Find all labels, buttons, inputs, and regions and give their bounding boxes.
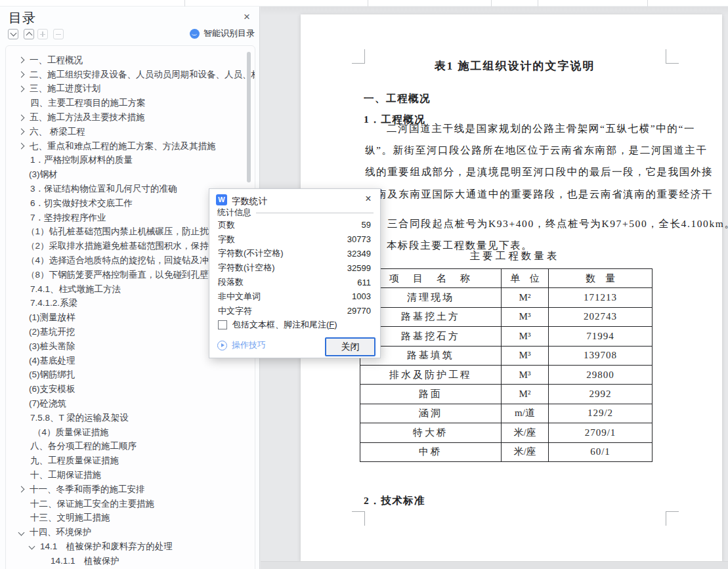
stat-row: 字数30773 — [218, 232, 371, 247]
toc-item[interactable]: (5)钢筋绑扎 — [6, 368, 255, 383]
table-cell: 米/座 — [502, 442, 549, 461]
chevron-right-icon[interactable] — [18, 143, 25, 150]
chevron-right-icon[interactable] — [18, 86, 25, 93]
table-row: 涵洞m/道129/2 — [360, 404, 653, 423]
chevron-down-icon[interactable] — [29, 543, 35, 550]
stat-value: 29770 — [347, 306, 371, 316]
toc-item[interactable]: 三、施工进度计划 — [6, 82, 255, 96]
table-row: 特大桥米/座2709/1 — [360, 423, 653, 442]
toc-item[interactable]: 十四、环境保护 — [6, 525, 255, 539]
chevron-right-icon[interactable] — [18, 129, 25, 135]
toc-item[interactable]: 十二、保证施工安全的主要措施 — [6, 497, 255, 511]
chevron-down-icon[interactable] — [18, 529, 25, 536]
table-row: 排水及防护工程M³29800 — [360, 365, 653, 384]
minus-icon — [56, 32, 61, 37]
table-header-cell: 单 位 — [502, 269, 549, 288]
table-cell: M³ — [502, 346, 549, 365]
table-cell: 涵洞 — [360, 404, 502, 423]
body-line-fragment: 三合同段起点桩号为K93+400，终点桩号为K97+500，全长4.100km。 — [387, 217, 728, 231]
toc-item[interactable]: 八、各分项工程的施工顺序 — [6, 440, 255, 454]
toc-item[interactable]: 7.5.8、T 梁的运输及架设 — [6, 411, 255, 425]
stat-row: 页数59 — [218, 218, 371, 232]
close-icon[interactable]: × — [240, 11, 253, 24]
toc-item-label: 十三、文明施工措施 — [30, 512, 110, 524]
table-cell: 71994 — [549, 327, 653, 346]
toc-item-label: 十一、冬季和雨季的施工安排 — [30, 484, 145, 495]
table-cell: 171213 — [549, 288, 653, 307]
expand-down-button[interactable] — [8, 29, 18, 39]
table-row: 路基挖土方M³202743 — [360, 307, 653, 326]
table-cell: 排水及防护工程 — [360, 365, 502, 384]
chevron-right-icon[interactable] — [18, 114, 25, 121]
table-row: 路基挖石方M³71994 — [360, 327, 653, 346]
toc-item[interactable]: 一、工程概况 — [6, 53, 255, 68]
toc-item[interactable]: 14.1.1 植被保护 — [6, 554, 255, 568]
toc-item[interactable]: (7)砼浇筑 — [6, 396, 255, 411]
stat-label: 中文字符 — [218, 305, 252, 317]
toc-item-label: 1．严格控制原材料的质量 — [30, 154, 133, 166]
toc-item[interactable]: 十、工期保证措施 — [6, 468, 255, 482]
toc-item[interactable]: (6)支安模板 — [6, 382, 255, 396]
toc-item-label: 十、工期保证措施 — [30, 469, 101, 481]
toc-item[interactable]: （4）质量保证措施 — [6, 425, 255, 440]
expand-all-button[interactable] — [37, 29, 48, 39]
toc-item-label: 一、工程概况 — [30, 54, 83, 66]
stat-value: 32599 — [347, 263, 371, 273]
toc-item[interactable]: 五、施工方法及主要技术措施 — [6, 110, 255, 125]
table-cell: 中桥 — [360, 442, 502, 461]
stat-row: 中文字符29770 — [218, 304, 371, 318]
toc-item[interactable]: 四、主要工程项目的施工方案 — [6, 96, 255, 110]
heading-3: 2．技术标准 — [364, 494, 425, 508]
chevron-right-icon[interactable] — [18, 486, 25, 493]
toc-item[interactable]: 十一、冬季和雨季的施工安排 — [6, 482, 255, 497]
ribbon-bottom-strip — [0, 0, 728, 7]
body-line: 二河国道主干线是国家规划的公路主骨架网“五纵七横”中的“一 — [365, 122, 680, 144]
collapse-all-button[interactable] — [53, 29, 64, 39]
toc-item-label: （1）钻孔桩基础范围内禁止机械碾压，防止扰动原地 — [26, 226, 235, 238]
close-icon[interactable]: × — [362, 192, 375, 205]
table-cell: 29800 — [549, 365, 653, 384]
word-count-dialog: W 字数统计 × 统计信息 页数59字数30773字符数(不计空格)32349字… — [209, 188, 381, 358]
toc-item[interactable]: 六、 桥梁工程 — [6, 125, 255, 139]
toc-item[interactable]: 1．严格控制原材料的质量 — [6, 154, 255, 168]
include-textbox-checkbox[interactable]: 包括文本框、脚注和尾注(F) — [218, 319, 337, 331]
document-title: 表1 施工组织设计的文字说明 — [365, 58, 664, 74]
chevron-right-icon[interactable] — [18, 57, 25, 64]
toc-item-label: （2）采取排水措施避免桩基础范围积水，保持干燥； — [26, 240, 235, 252]
scrollbar-thumb[interactable] — [247, 52, 251, 182]
toc-item[interactable]: (3)钢材 — [6, 167, 255, 182]
toc-item[interactable]: 二、施工组织安排及设备、人员动员周期和设备、人员、材... — [6, 68, 255, 82]
table-cell: M³ — [502, 307, 549, 326]
heading-1: 一、工程概况 — [364, 92, 431, 106]
statistics-list: 页数59字数30773字符数(不计空格)32349字符数(计空格)32599段落… — [218, 218, 371, 318]
table-row: 路基填筑M³139708 — [360, 346, 653, 365]
chevron-down-icon — [10, 30, 16, 37]
toc-item-label: 14.1.1 植被保护 — [51, 555, 119, 567]
toc-item-label: （4）质量保证措施 — [33, 427, 109, 438]
close-dialog-button[interactable]: 关闭 — [325, 337, 375, 356]
toc-item-label: (5)钢筋绑扎 — [29, 369, 75, 381]
table-cell: 139708 — [549, 346, 653, 365]
table-cell: 202743 — [549, 307, 653, 326]
toc-item-label: 七、重点和难点工程的施工方案、方法及其措施 — [30, 140, 216, 152]
stat-value: 611 — [357, 278, 371, 287]
smart-toc-button[interactable]: 智能识别目录 — [190, 28, 255, 39]
checkbox-icon[interactable] — [218, 320, 227, 329]
chevron-right-icon[interactable] — [18, 72, 25, 78]
stat-value: 32349 — [347, 249, 371, 259]
crop-mark-bottom-left — [352, 511, 365, 526]
crop-mark-top-right — [666, 49, 679, 64]
tips-link[interactable]: 操作技巧 — [217, 339, 266, 351]
toc-item[interactable]: 九、工程质量保证措施 — [6, 453, 255, 468]
collapse-up-button[interactable] — [24, 29, 34, 39]
body-line: 纵”。新街至河口段公路所在地区位于云南省东南部，是二河国道主干 — [365, 144, 680, 165]
ribbon-separator — [647, 0, 648, 7]
toc-item-label: (7)砼浇筑 — [29, 398, 66, 410]
toc-item[interactable]: 七、重点和难点工程的施工方案、方法及其措施 — [6, 139, 255, 154]
toc-item[interactable]: 十三、文明施工措施 — [6, 511, 255, 526]
table-row: 中桥米/座60/1 — [360, 442, 653, 461]
toc-item[interactable]: 14.1 植被保护和废料弃方的处理 — [6, 539, 255, 554]
table-cell: 米/座 — [502, 423, 549, 442]
stat-value: 1003 — [352, 291, 371, 301]
stat-label: 字符数(计空格) — [218, 262, 275, 274]
